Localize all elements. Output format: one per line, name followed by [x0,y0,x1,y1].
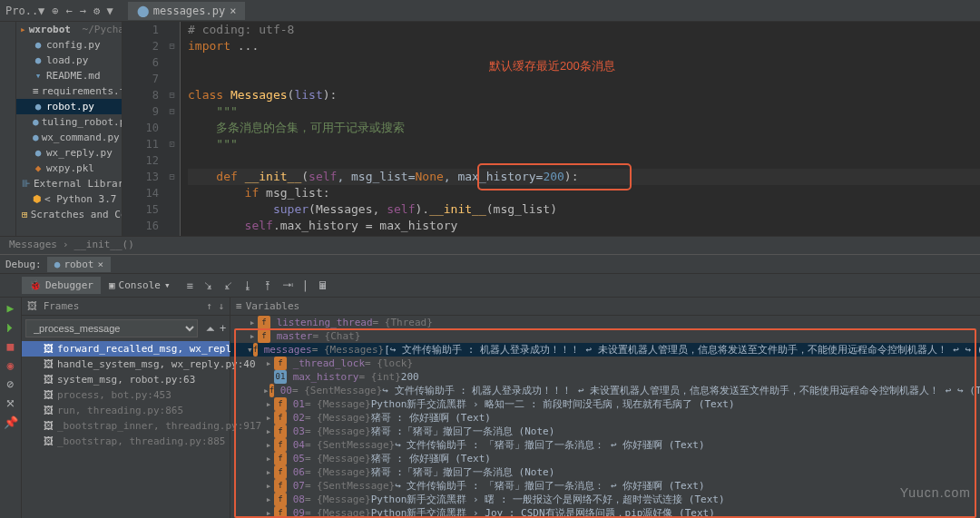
annotation-box [477,163,632,191]
left-gutter-strip [0,22,16,236]
prev-frame-icon[interactable]: ↑ [206,300,212,312]
close-icon[interactable]: × [230,5,236,17]
variable-row[interactable]: ▸f 08 = {Message} Python新手交流黑群 › 曙 : 一般报… [230,493,980,506]
console-icon: ▣ [109,279,115,291]
variable-row[interactable]: ▸f 05 = {Message} 猪哥 : 你好骚啊 (Text) [230,452,980,465]
view-breakpoints-icon[interactable]: ◉ [7,358,15,372]
variable-row[interactable]: ▸f 03 = {Message} 猪哥 :「猪哥」撤回了一条消息 (Note) [230,425,980,438]
line-numbers: 12678910111213141516 [122,22,164,236]
variable-row[interactable]: ▸f 01 = {Message} Python新手交流黑群 › 略知一二 : … [230,397,980,411]
debug-header: Debug: ● robot × [0,254,980,274]
frames-icon: 🖾 [27,300,37,312]
variable-row[interactable]: ▸f listening_thread = {Thread} [230,316,980,329]
editor-tab[interactable]: ⬤ messages.py × [128,2,246,20]
evaluate-icon[interactable]: 🖩 [318,279,328,292]
close-icon[interactable]: × [98,259,104,270]
frame-list[interactable]: 🖾forward_recalled_msg, wx_reply.py:48🖾ha… [22,341,230,449]
lib-icon: ⊪ [22,178,31,190]
variables-pane: ≡Variables ▸f listening_thread = {Thread… [230,298,980,518]
next-frame-icon[interactable]: ↓ [218,300,224,312]
tree-item[interactable]: load.py [46,54,88,66]
mute-breakpoints-icon[interactable]: ⊘ [7,377,15,391]
tree-item[interactable]: requirements.txt [42,85,122,97]
variable-row[interactable]: ▸f master = {Chat} [230,329,980,343]
thread-select[interactable]: _process_message [25,319,198,337]
step-over-icon[interactable]: ≡ [187,279,193,292]
variable-row[interactable]: ▸f 07 = {SentMessage} ↪ 文件传输助手 : 「猪哥」撤回了… [230,479,980,493]
variable-row[interactable]: ▸f 04 = {SentMessage} ↪ 文件传输助手 : 「猪哥」撤回了… [230,438,980,452]
stack-frame[interactable]: 🖾handle_system_msg, wx_reply.py:40 [22,357,230,372]
variable-row[interactable]: ▸f 06 = {Message} 猪哥 :「猪哥」撤回了一条消息 (Note) [230,465,980,479]
tree-item[interactable]: wx_command.py [42,132,120,143]
tree-item[interactable]: robot.py [46,101,94,112]
stack-frame[interactable]: 🖾_bootstrap_inner, threading.py:917 [22,418,230,434]
stack-frame[interactable]: 🖾run, threading.py:865 [22,403,230,418]
step-into-icon[interactable]: ⭸ [202,279,213,292]
pkl-file-icon: ◆ [33,162,44,174]
stop-icon[interactable]: ■ [7,339,15,353]
fold-gutter[interactable]: ⊟⊟⊟⊡⊟ [164,22,181,236]
debug-actions-strip: ▶ ⏵ ■ ◉ ⊘ ⤧ 📌 [0,298,22,518]
settings-icon[interactable]: ⤧ [5,396,15,410]
breadcrumb[interactable]: Messages›__init__() [0,236,980,254]
watermark: Yuucn.com [900,485,971,500]
back-icon[interactable]: ← [66,5,73,17]
tab-debugger[interactable]: 🐞Debugger [22,277,101,294]
variable-row[interactable]: ▸f 00 = {SentMessage} ↪ 文件传输助手 : 机器人登录成功… [230,384,980,397]
stack-frame[interactable]: 🖾system_msg, robot.py:63 [22,372,230,387]
variable-row[interactable]: ▸f 02 = {Message} 猪哥 : 你好骚啊 (Text) [230,411,980,425]
resume-icon[interactable]: ⏵ [5,320,16,334]
variables-list[interactable]: ▸f listening_thread = {Thread} ▸f master… [230,316,980,518]
python-file-icon: ⬤ [137,5,149,17]
force-step-icon[interactable]: ⭳ [242,279,253,292]
filter-icon[interactable]: ⏶ [201,322,220,335]
python-file-icon: ● [33,116,39,128]
python-env-icon: ⬢ [33,193,42,205]
tree-item[interactable]: wxpy.pkl [46,162,94,174]
debug-config-tab[interactable]: ● robot × [47,257,111,272]
intention-bulb-icon[interactable]: 💡 [181,169,182,185]
tab-console[interactable]: ▣Console▾ [102,277,178,294]
python-file-icon: ● [33,54,44,66]
tree-item[interactable]: tuling_robot.py [42,116,122,128]
tree-item[interactable]: README.md [46,70,101,82]
stack-frame[interactable]: 🖾forward_recalled_msg, wx_reply.py:48 [22,341,230,357]
markdown-file-icon: ▾ [33,70,44,82]
annotation-text: 默认缓存最近200条消息 [489,58,615,74]
tree-item[interactable]: Scratches and Consoles [31,209,122,220]
variable-row[interactable]: ▾f messages = {Messages} [↪ 文件传输助手 : 机器人… [230,343,980,357]
step-out-icon[interactable]: ⭱ [262,279,273,292]
tree-item[interactable]: config.py [46,39,101,51]
tree-item[interactable]: < Python 3.7 > /usr/loc [44,193,122,205]
debug-icon: 🐞 [29,279,42,291]
tree-item[interactable]: External Libraries [34,178,122,190]
project-dropdown[interactable]: Pro..▼ [5,5,44,17]
rerun-icon[interactable]: ▶ [7,301,15,315]
python-file-icon: ● [33,39,44,51]
variable-row[interactable]: ▸f _thread_lock = {lock} [230,357,980,370]
folder-icon: ▸ [20,24,26,35]
run-to-cursor-icon[interactable]: ⭲ [282,279,293,292]
text-file-icon: ≡ [33,85,39,97]
tree-item[interactable]: wx_reply.py [46,147,113,159]
project-tree[interactable]: ▸wxrobot ~/PycharmProje ●config.py ●load… [16,22,122,236]
top-toolbar: Pro..▼ ⊕ ← → ⚙ ▼ ⬤ messages.py × [0,0,980,22]
stack-frame[interactable]: 🖾process, bot.py:453 [22,387,230,403]
python-file-icon: ● [33,132,39,143]
pin-icon[interactable]: 📌 [4,415,18,429]
variables-icon: ≡ [236,300,242,312]
step-into-my-icon[interactable]: ⭹ [222,279,233,292]
stack-frame[interactable]: 🖾_bootstrap, threading.py:885 [22,434,230,449]
code-editor[interactable]: # coding: utf-8 import ... class Message… [181,22,980,236]
scratch-icon: ⊞ [22,209,28,220]
variable-row[interactable]: ▸f 09 = {Message} Python新手交流黑群 › Joy : C… [230,506,980,518]
target-icon[interactable]: ⊕ [52,5,58,17]
python-file-icon: ● [33,101,44,112]
python-file-icon: ● [33,147,44,159]
variable-row[interactable]: 01 max_history = {int} 200 [230,370,980,384]
forward-icon[interactable]: → [80,5,86,17]
add-icon[interactable]: + [220,322,226,335]
gear-icon[interactable]: ⚙ ▼ [93,5,113,17]
python-file-icon: ● [54,259,61,270]
debug-toolbar: 🐞Debugger ▣Console▾ ≡ ⭸ ⭹ ⭳ ⭱ ⭲ | 🖩 [0,274,980,298]
